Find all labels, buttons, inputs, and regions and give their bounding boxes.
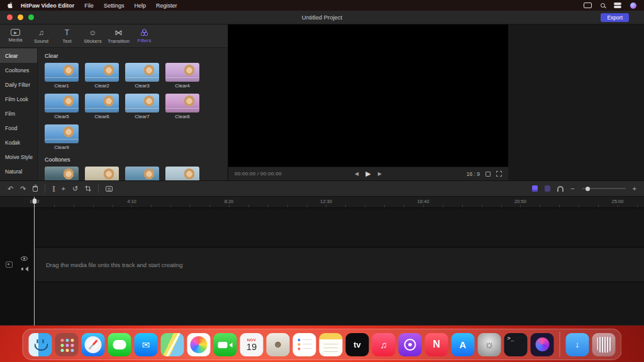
menu-register[interactable]: Register (156, 3, 177, 9)
control-center-icon[interactable] (614, 3, 621, 8)
aspect-ratio-selector[interactable]: 16 : 9 (467, 171, 480, 177)
previous-frame-button[interactable]: ◀ (355, 172, 358, 177)
filter-item[interactable]: Clear7 (125, 94, 159, 119)
media-track[interactable]: Drag the media file onto this track and … (35, 247, 644, 282)
sidebar-item-clear[interactable]: Clear (0, 48, 37, 63)
redo-icon[interactable]: ↷ (20, 185, 26, 192)
filter-item[interactable]: Clear8 (165, 94, 199, 119)
toggle-visibility-icon[interactable] (21, 256, 28, 261)
podcasts-dock-icon[interactable] (399, 333, 422, 356)
playhead[interactable] (34, 197, 35, 326)
tab-sound[interactable]: ♫Sound (28, 25, 54, 47)
sidebar-item-daily-filter[interactable]: Daily Filter (0, 77, 37, 92)
facetime-dock-icon[interactable] (214, 333, 237, 356)
split-icon[interactable]: ][ (52, 186, 54, 192)
filter-item[interactable] (45, 167, 79, 180)
filter-item[interactable]: Clear4 (165, 63, 199, 89)
tab-media[interactable]: ▶Media (3, 25, 28, 47)
finder-dock-icon[interactable] (29, 333, 52, 356)
maps-dock-icon[interactable] (161, 333, 184, 356)
sidebar-item-natural[interactable]: Natural (0, 164, 37, 178)
crop-icon[interactable] (85, 185, 91, 192)
music-dock-icon[interactable]: ♫ (372, 333, 396, 356)
mail-dock-icon[interactable]: ✉ (135, 333, 158, 356)
keyboard-icon[interactable] (584, 3, 592, 8)
filter-item[interactable]: Clear3 (125, 63, 159, 89)
contacts-dock-icon[interactable]: ☻ (267, 333, 290, 356)
next-frame-button[interactable]: ▶ (378, 172, 382, 177)
text-icon: T (65, 28, 69, 37)
filter-item[interactable]: Clear5 (45, 94, 79, 119)
apple-menu-icon[interactable] (8, 2, 14, 9)
menu-app-name[interactable]: HitPaw Video Editor (21, 3, 74, 9)
tab-filters[interactable]: Filters (131, 25, 157, 47)
safari-dock-icon[interactable] (82, 333, 105, 356)
menu-settings[interactable]: Settings (104, 3, 125, 9)
magnet-icon[interactable] (557, 186, 564, 192)
search-icon[interactable] (601, 3, 605, 8)
filter-item[interactable] (125, 167, 159, 180)
filter-item-label: Clear5 (45, 114, 79, 119)
calendar-dock-icon[interactable]: NOV19 (240, 333, 264, 356)
rotate-icon[interactable]: ↺ (72, 185, 78, 192)
zoom-out-button[interactable]: − (570, 185, 574, 192)
filter-thumbnail (125, 94, 159, 112)
filter-item-label: Clear1 (45, 83, 79, 89)
captions-icon[interactable] (106, 186, 113, 192)
fit-frame-icon[interactable] (486, 172, 491, 177)
hitpaw-dock-icon[interactable] (531, 333, 554, 356)
toggle-mute-icon[interactable] (21, 266, 28, 272)
zoom-window-button[interactable] (28, 14, 34, 20)
messages-dock-icon[interactable] (108, 333, 131, 356)
photos-dock-icon[interactable] (187, 333, 211, 356)
reminders-dock-icon[interactable] (293, 333, 316, 356)
fullscreen-icon[interactable] (496, 171, 502, 177)
launchpad-dock-icon[interactable] (55, 333, 79, 356)
position-icon[interactable]: + (61, 185, 65, 192)
ruler-label: 25:00 (612, 199, 624, 204)
filter-item[interactable] (165, 167, 199, 180)
downloads-dock-icon[interactable]: ↓ (566, 333, 589, 356)
delete-icon[interactable] (33, 186, 38, 192)
menu-items: FileSettingsHelpRegister (84, 3, 177, 9)
timeline-toolbar-left: ↶ ↷ ][ + ↺ (8, 185, 113, 193)
appstore-dock-icon[interactable]: A (452, 333, 475, 356)
notes-dock-icon[interactable] (319, 333, 343, 356)
menu-help[interactable]: Help (134, 3, 146, 9)
sidebar-item-cooltones[interactable]: Cooltones (0, 63, 37, 77)
filter-item[interactable] (85, 167, 119, 180)
view-toggle-secondary[interactable] (545, 185, 550, 192)
sidebar-item-film[interactable]: Film (0, 106, 37, 121)
tab-text[interactable]: TText (54, 25, 80, 47)
filter-item[interactable]: Clear9 (45, 124, 79, 150)
filter-item-label: Clear8 (165, 114, 199, 119)
timeline-zoom-slider[interactable] (582, 188, 626, 189)
tab-stickers[interactable]: ☺Stickers (80, 25, 106, 47)
play-button[interactable]: ▶ (365, 170, 370, 177)
timeline-ruler[interactable]: 0:004:108:2012:3016:4020:5025:00 (0, 197, 644, 208)
menu-file[interactable]: File (84, 3, 94, 9)
filter-item[interactable]: Clear2 (85, 63, 119, 89)
sidebar-item-moive-style[interactable]: Moive Style (0, 150, 37, 164)
sidebar-item-film-look[interactable]: Film Look (0, 92, 37, 106)
export-button[interactable]: Export (601, 13, 629, 22)
tab-transition[interactable]: ⋈Transition (106, 25, 131, 47)
zoom-slider-thumb[interactable] (586, 187, 590, 191)
trash-dock-icon[interactable] (592, 333, 616, 356)
siri-icon[interactable] (630, 3, 636, 9)
sidebar-item-kodak[interactable]: Kodak (0, 135, 37, 150)
zoom-in-button[interactable]: + (633, 185, 636, 192)
filter-item[interactable]: Clear1 (45, 63, 79, 89)
filter-item[interactable]: Clear6 (85, 94, 119, 119)
undo-icon[interactable]: ↶ (8, 185, 13, 192)
tv-dock-icon[interactable]: tv (346, 333, 369, 356)
news-dock-icon[interactable]: N (425, 333, 448, 356)
terminal-dock-icon[interactable]: >_ (504, 333, 528, 356)
close-button[interactable] (7, 14, 13, 20)
minimize-button[interactable] (18, 14, 23, 20)
settings-dock-icon[interactable]: ☼ (478, 333, 501, 356)
view-toggle-primary[interactable] (532, 185, 538, 192)
news-glyph: N (433, 339, 440, 349)
sidebar-item-food[interactable]: Food (0, 121, 37, 135)
toolbar-divider (98, 185, 99, 193)
